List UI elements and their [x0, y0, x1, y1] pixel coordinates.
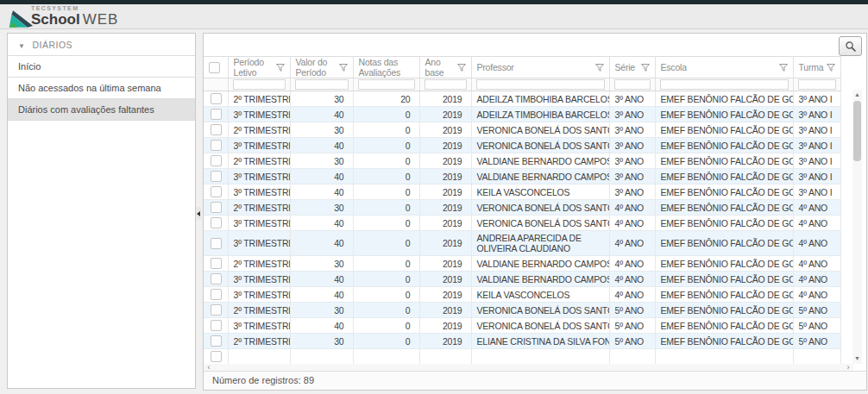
filter-icon[interactable] [457, 64, 466, 72]
filter-cell [655, 78, 793, 91]
row-checkbox[interactable] [211, 109, 222, 120]
column-header-valor-do-periodo[interactable]: Valor do Período [290, 57, 353, 78]
row-checkbox[interactable] [211, 171, 222, 182]
cell-periodo: 3º TRIMESTRE [228, 318, 290, 334]
filter-icon[interactable] [276, 64, 285, 72]
select-all-header-cell [204, 57, 228, 78]
table-row[interactable]: 2º TRIMESTRE3002019VERONICA BONELÁ DOS S… [204, 303, 840, 318]
row-select-cell [204, 122, 228, 138]
cell-escola: EMEF BENÔNIO FALCÃO DE GOUVÊA [655, 91, 793, 107]
filter-input-ano-base[interactable] [425, 79, 467, 90]
cell-periodo: 3º TRIMESTRE [228, 272, 290, 287]
row-checkbox[interactable] [211, 155, 222, 166]
filter-icon[interactable] [827, 64, 835, 72]
search-button[interactable] [839, 36, 862, 56]
column-header-notas-das-avaliacoes[interactable]: Notas das Avaliações [353, 57, 419, 78]
row-checkbox[interactable] [211, 258, 222, 269]
row-checkbox[interactable] [211, 124, 222, 135]
cell-professor: VERONICA BONELÁ DOS SANTOS [471, 200, 609, 216]
filter-input-escola[interactable] [660, 79, 789, 90]
filter-cell [228, 78, 290, 91]
filter-cell [793, 78, 840, 91]
cell-turma: 4º ANO [793, 231, 840, 256]
column-header-ano-base[interactable]: Ano base [419, 57, 471, 78]
row-checkbox[interactable] [211, 335, 222, 347]
cell-escola: EMEF BENÔNIO FALCÃO DE GOUVÊA [655, 287, 793, 303]
table-row[interactable]: 3º TRIMESTRE4002019KEILA VASCONCELOS4º A… [204, 287, 840, 303]
column-header-professor[interactable]: Professor [471, 57, 609, 78]
row-select-cell [204, 169, 228, 184]
column-header-turma[interactable]: Turma [793, 57, 840, 78]
row-checkbox[interactable] [211, 351, 222, 362]
table-row[interactable]: 2º TRIMESTRE3002019VERONICA BONELÁ DOS S… [204, 122, 840, 138]
vertical-scroll-thumb[interactable] [853, 101, 861, 161]
cell-turma: 3º ANO I [793, 91, 840, 107]
filter-cell [290, 78, 353, 91]
filter-input-serie[interactable] [614, 79, 651, 90]
row-checkbox[interactable] [211, 186, 222, 197]
table-row[interactable]: 3º TRIMESTRE4002019VERONICA BONELÁ DOS S… [204, 216, 840, 231]
filter-input-turma[interactable] [798, 79, 836, 90]
cell-valor: 30 [290, 256, 353, 272]
sidebar-item-avaliacoes-faltantes[interactable]: Diários com avaliações faltantes [8, 99, 195, 121]
filter-input-valor-do-periodo[interactable] [295, 79, 349, 90]
filter-input-professor[interactable] [476, 79, 605, 90]
cell-turma: 4º ANO [793, 200, 840, 216]
cell-turma: 3º ANO I [793, 107, 840, 122]
sidebar-item-inicio[interactable]: Início [8, 56, 195, 78]
sidebar-item-nao-acessados[interactable]: Não acessados na última semana [8, 78, 195, 99]
table-row-partial[interactable] [204, 349, 840, 365]
table-row[interactable]: 3º TRIMESTRE4002019VALDIANE BERNARDO CAM… [204, 272, 840, 287]
table-row[interactable]: 3º TRIMESTRE4002019KEILA VASCONCELOS3º A… [204, 184, 840, 200]
table-row[interactable]: 2º TRIMESTRE30202019ADEILZA TIMBOHIBA BA… [204, 91, 840, 107]
row-select-cell [204, 91, 228, 107]
row-select-cell [204, 200, 228, 216]
cell-professor: VERONICA BONELÁ DOS SANTOS [471, 138, 609, 153]
filter-input-periodo-letivo[interactable] [233, 79, 286, 90]
cell-escola: EMEF BENÔNIO FALCÃO DE GOUVÊA [655, 216, 793, 231]
row-checkbox[interactable] [211, 320, 222, 331]
scroll-down-icon[interactable]: ▼ [852, 353, 862, 364]
column-header-serie[interactable]: Série [609, 57, 655, 78]
table-row[interactable]: 2º TRIMESTRE3002019ELIANE CRISTINA DA SI… [204, 334, 840, 349]
filter-icon[interactable] [641, 64, 650, 72]
sidebar-group-diarios[interactable]: ▼DIÁRIOS [8, 34, 195, 56]
table-row[interactable]: 3º TRIMESTRE4002019ANDREIA APARECIDA DE … [204, 231, 840, 256]
table-row[interactable]: 3º TRIMESTRE4002019ADEILZA TIMBOHIBA BAR… [204, 107, 840, 122]
filter-input-notas-das-avaliacoes[interactable] [358, 79, 415, 90]
cell-notas: 0 [353, 122, 419, 138]
table-row[interactable]: 2º TRIMESTRE3002019VERONICA BONELÁ DOS S… [204, 200, 840, 216]
filter-icon[interactable] [339, 64, 348, 72]
row-checkbox[interactable] [211, 304, 222, 316]
table-row[interactable]: 3º TRIMESTRE4002019VERONICA BONELÁ DOS S… [204, 318, 840, 334]
cell-escola: EMEF BENÔNIO FALCÃO DE GOUVÊA [655, 184, 793, 200]
table-row[interactable]: 3º TRIMESTRE4002019VALDIANE BERNARDO CAM… [204, 169, 840, 184]
filter-icon[interactable] [595, 64, 604, 72]
column-header-periodo-letivo[interactable]: Período Letivo [228, 57, 290, 78]
cell-valor: 40 [290, 231, 353, 256]
row-checkbox[interactable] [211, 140, 222, 151]
cell-turma: 3º ANO I [793, 169, 840, 184]
column-header-escola[interactable]: Escola [655, 57, 793, 78]
table-row[interactable]: 2º TRIMESTRE3002019VALDIANE BERNARDO CAM… [204, 153, 840, 169]
row-checkbox[interactable] [211, 202, 222, 213]
cell-valor: 40 [290, 272, 353, 287]
row-checkbox[interactable] [211, 93, 222, 104]
cell-valor: 40 [290, 169, 353, 184]
scroll-up-icon[interactable]: ▲ [852, 90, 862, 100]
filter-icon[interactable] [779, 64, 788, 72]
status-bar: Número de registros: 89 [204, 371, 866, 390]
row-checkbox[interactable] [211, 217, 222, 228]
vertical-scrollbar[interactable]: ▲ ▼ [852, 90, 862, 364]
table-row[interactable]: 2º TRIMESTRE3002019VALDIANE BERNARDO CAM… [204, 256, 840, 272]
table-row[interactable]: 3º TRIMESTRE4002019VERONICA BONELÁ DOS S… [204, 138, 840, 153]
row-checkbox[interactable] [211, 273, 222, 285]
cell-periodo: 3º TRIMESTRE [228, 184, 290, 200]
panel-collapse-handle[interactable] [196, 207, 201, 220]
brand-company: TECSYSTEM [31, 5, 118, 11]
row-checkbox[interactable] [211, 238, 222, 249]
cell-notas: 0 [353, 184, 419, 200]
row-checkbox[interactable] [211, 289, 222, 300]
select-all-checkbox[interactable] [209, 62, 220, 73]
cell-ano: 2019 [419, 184, 471, 200]
